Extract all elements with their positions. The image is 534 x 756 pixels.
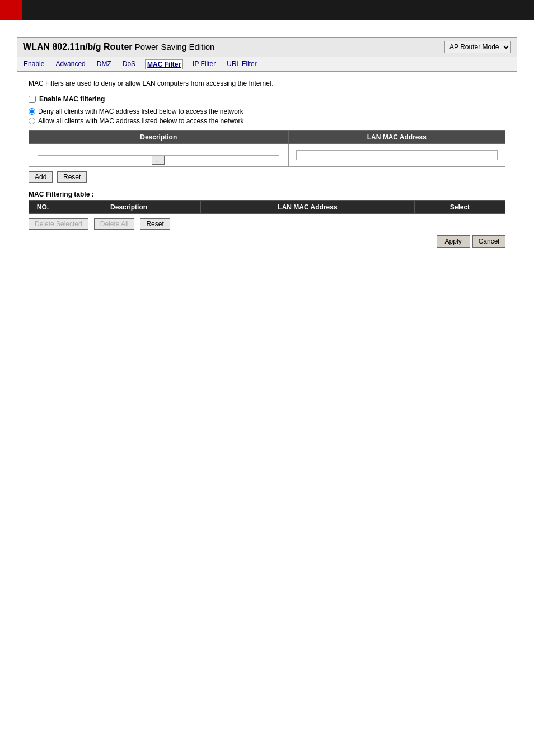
nav-mac-filter[interactable]: MAC Filter	[145, 59, 183, 69]
nav-bar: Enable Advanced DMZ DoS MAC Filter IP Fi…	[17, 57, 517, 72]
entry-desc-cell: ...	[29, 144, 289, 167]
nav-dos[interactable]: DoS	[121, 59, 137, 69]
reset-button-1[interactable]: Reset	[57, 171, 87, 183]
nav-advanced[interactable]: Advanced	[54, 59, 87, 69]
deny-radio-label: Deny all clients with MAC address listed…	[38, 108, 243, 115]
mac-filter-table-title: MAC Filtering table :	[29, 190, 505, 198]
add-button[interactable]: Add	[29, 171, 53, 183]
brand-bold: WLAN 802.11n/b/g Router	[23, 42, 133, 52]
allow-radio-row: Allow all clients with MAC address liste…	[29, 117, 505, 125]
mac-table-mac-header: LAN MAC Address	[201, 201, 415, 214]
entry-desc-header: Description	[29, 131, 289, 144]
deny-radio[interactable]	[29, 108, 35, 115]
router-panel: WLAN 802.11n/b/g Router Power Saving Edi…	[17, 37, 517, 259]
cancel-button[interactable]: Cancel	[472, 235, 505, 248]
mac-table-desc-header: Description	[57, 201, 201, 214]
enable-mac-checkbox[interactable]	[29, 96, 36, 103]
brand-title: WLAN 802.11n/b/g Router Power Saving Edi…	[23, 42, 214, 52]
allow-radio[interactable]	[29, 118, 35, 124]
page-body: MAC Filters are used to deny or allow LA…	[17, 72, 517, 259]
mac-table-no-header: NO.	[29, 201, 57, 214]
enable-mac-label: Enable MAC filtering	[39, 95, 105, 103]
allow-radio-label: Allow all clients with MAC address liste…	[38, 117, 244, 125]
mode-select[interactable]: AP Router Mode Bridge Mode Client Mode	[444, 41, 511, 53]
brand-normal: Power Saving Edition	[135, 42, 215, 52]
mac-filter-table: NO. Description LAN MAC Address Select	[29, 200, 505, 214]
header-bar	[0, 0, 534, 20]
add-reset-row: Add Reset	[29, 171, 505, 183]
entry-row: ...	[29, 144, 505, 167]
mac-address-input[interactable]	[296, 150, 498, 160]
main-content: WLAN 802.11n/b/g Router Power Saving Edi…	[0, 20, 534, 305]
nav-enable[interactable]: Enable	[22, 59, 46, 69]
delete-selected-button[interactable]: Delete Selected	[29, 218, 88, 230]
delete-row: Delete Selected Delete All Reset	[29, 218, 505, 230]
footnote-divider	[17, 293, 118, 293]
apply-button[interactable]: Apply	[437, 235, 470, 248]
entry-mac-header: LAN MAC Address	[288, 131, 505, 144]
nav-dmz[interactable]: DMZ	[95, 59, 113, 69]
description-input[interactable]	[38, 146, 279, 156]
reset-button-2[interactable]: Reset	[140, 218, 170, 230]
nav-url-filter[interactable]: URL Filter	[225, 59, 259, 69]
entry-browse-button[interactable]: ...	[152, 156, 165, 165]
entry-mac-cell	[288, 144, 505, 167]
entry-table: Description LAN MAC Address ...	[29, 130, 505, 167]
enable-mac-row: Enable MAC filtering	[29, 95, 505, 103]
deny-radio-row: Deny all clients with MAC address listed…	[29, 108, 505, 115]
title-bar: WLAN 802.11n/b/g Router Power Saving Edi…	[17, 38, 517, 57]
bottom-actions: Apply Cancel	[29, 235, 505, 248]
nav-ip-filter[interactable]: IP Filter	[191, 59, 217, 69]
mac-table-select-header: Select	[414, 201, 505, 214]
delete-all-button[interactable]: Delete All	[94, 218, 135, 230]
page-description: MAC Filters are used to deny or allow LA…	[29, 80, 505, 87]
